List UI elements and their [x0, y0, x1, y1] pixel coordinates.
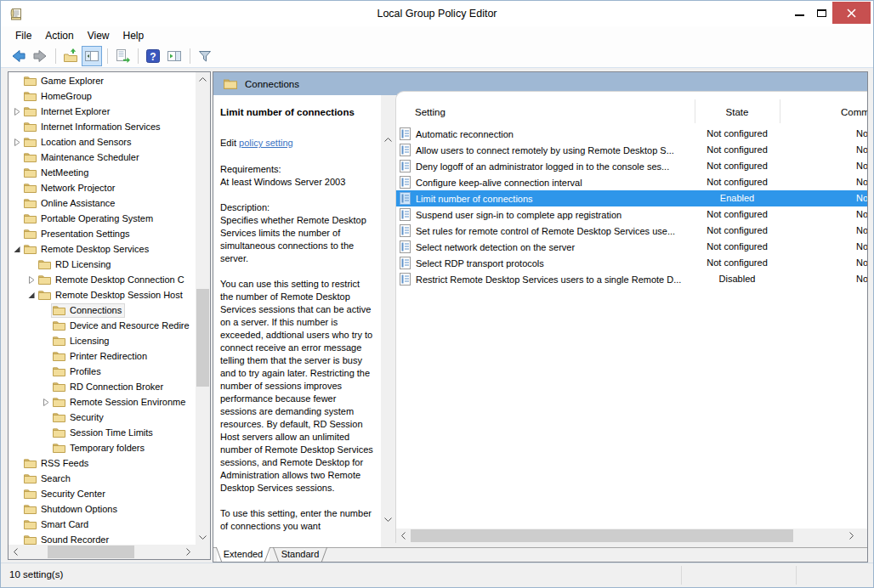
state-cell: Not configured [695, 142, 780, 158]
settings-row[interactable]: Set rules for remote control of Remote D… [396, 223, 867, 239]
tree-item[interactable]: Smart Card [9, 517, 196, 532]
expand-icon[interactable] [12, 107, 22, 116]
comment-cell: No [780, 190, 867, 206]
menu-help[interactable]: Help [116, 26, 151, 45]
window-title: Local Group Policy Editor [1, 8, 873, 20]
up-one-level-icon[interactable] [60, 46, 81, 66]
tree-item[interactable]: Device and Resource Redire [9, 318, 196, 333]
policy-setting-link[interactable]: policy setting [239, 138, 293, 148]
tree-item[interactable]: RD Connection Broker [9, 379, 196, 394]
collapse-icon[interactable] [12, 245, 22, 253]
tree-vertical-scrollbar[interactable] [196, 72, 210, 545]
tree-item[interactable]: Presentation Settings [9, 226, 196, 241]
menu-action[interactable]: Action [38, 26, 80, 45]
tree-item[interactable]: HomeGroup [9, 88, 196, 104]
settings-row[interactable]: Restrict Remote Desktop Services users t… [396, 271, 867, 287]
tree-item[interactable]: Internet Explorer [9, 104, 196, 119]
settings-row[interactable]: Configure keep-alive connection interval… [396, 174, 867, 190]
scroll-down-icon[interactable] [381, 512, 395, 527]
menubar: FileActionViewHelp [1, 26, 873, 45]
tree-item[interactable]: Security [9, 410, 196, 425]
tree-item[interactable]: Location and Sensors [9, 134, 196, 150]
tree-item[interactable]: Search [9, 471, 196, 486]
tree-item[interactable]: Remote Desktop Connection C [9, 272, 196, 287]
folder-icon [24, 106, 37, 116]
tree-item-label: RD Licensing [55, 259, 111, 269]
tree-item[interactable]: NetMeeting [9, 165, 196, 180]
comment-cell: No [780, 174, 867, 190]
tree-item[interactable]: Remote Desktop Session Host [9, 287, 196, 302]
export-list-icon[interactable] [112, 46, 133, 66]
expand-icon[interactable] [41, 398, 51, 406]
tab-standard[interactable]: Standard [274, 547, 326, 562]
tree-item[interactable]: Game Explorer [9, 73, 196, 88]
tree-item[interactable]: Maintenance Scheduler [9, 150, 196, 165]
tree-horizontal-scrollbar[interactable] [9, 545, 196, 559]
settings-row[interactable]: Select RDP transport protocolsNot config… [396, 255, 867, 271]
close-button[interactable] [832, 2, 871, 24]
comment-cell: No [780, 126, 867, 142]
tree-item[interactable]: Sound Recorder [9, 532, 196, 545]
column-setting[interactable]: Setting [415, 107, 446, 117]
list-hscroll-thumb[interactable] [411, 529, 793, 542]
expand-icon[interactable] [26, 275, 37, 284]
scroll-left-icon[interactable] [9, 545, 23, 559]
menu-view[interactable]: View [81, 26, 116, 45]
tree-item[interactable]: Remote Session Environme [9, 394, 196, 410]
scroll-up-icon[interactable] [196, 72, 210, 87]
scroll-left-icon[interactable] [396, 529, 411, 543]
tree-item[interactable]: Session Time Limits [9, 425, 196, 440]
help-pane-scrollbar[interactable] [381, 95, 395, 547]
column-state[interactable]: State [695, 107, 780, 117]
show-action-pane-icon[interactable] [164, 46, 184, 66]
tab-extended[interactable]: Extended [217, 547, 270, 562]
list-horizontal-scrollbar[interactable] [396, 529, 867, 543]
menu-file[interactable]: File [9, 26, 38, 45]
scroll-right-icon[interactable] [181, 545, 196, 559]
folder-icon [24, 76, 37, 86]
expand-icon[interactable] [12, 138, 22, 146]
settings-row[interactable]: Select network detection on the serverNo… [396, 239, 867, 255]
show-console-tree-icon[interactable] [82, 46, 102, 66]
tree-item[interactable]: Licensing [9, 333, 196, 348]
expander-spacer [41, 382, 51, 391]
tree-item[interactable]: Remote Desktop Services [9, 241, 196, 257]
comment-cell: No [780, 223, 867, 239]
tree-item[interactable]: RSS Feeds [9, 455, 196, 471]
scroll-down-icon[interactable] [196, 530, 210, 545]
tree-item[interactable]: Network Projector [9, 180, 196, 195]
tree-item[interactable]: Online Assistance [9, 195, 196, 211]
description-label: Description: [220, 201, 375, 214]
help-icon[interactable]: ? [143, 46, 163, 66]
tree-item[interactable]: Shutdown Options [9, 501, 196, 517]
settings-row[interactable]: Deny logoff of an administrator logged i… [396, 158, 867, 174]
local-group-policy-editor-window: Local Group Policy Editor FileActionView… [0, 0, 874, 588]
settings-row[interactable]: Allow users to connect remotely by using… [396, 142, 867, 158]
setting-cell: Select network detection on the server [400, 239, 694, 255]
tree-item[interactable]: Connections [9, 302, 196, 318]
tree-hscroll-thumb[interactable] [48, 546, 134, 558]
expander-spacer [12, 92, 22, 100]
scroll-up-icon[interactable] [381, 133, 395, 147]
forward-icon[interactable] [30, 46, 50, 66]
scroll-right-icon[interactable] [844, 529, 859, 543]
tree-item[interactable]: Security Center [9, 486, 196, 501]
settings-row[interactable]: Automatic reconnectionNot configuredNo [396, 126, 867, 142]
maximize-button[interactable] [810, 1, 832, 25]
tree-item-label: Temporary folders [70, 443, 145, 453]
collapse-icon[interactable] [26, 291, 37, 299]
tree-item[interactable]: Printer Redirection [9, 348, 196, 364]
tree-item[interactable]: Profiles [9, 364, 196, 379]
tree-item[interactable]: RD Licensing [9, 257, 196, 272]
filter-icon[interactable] [195, 46, 215, 66]
settings-row[interactable]: Limit number of connectionsEnabledNo [396, 190, 867, 206]
tree-item[interactable]: Temporary folders [9, 440, 196, 455]
minimize-button[interactable] [788, 1, 810, 25]
back-icon[interactable] [9, 46, 29, 66]
tree-item[interactable]: Portable Operating System [9, 211, 196, 226]
tree-item[interactable]: Internet Information Services [9, 119, 196, 134]
tree-vscroll-thumb[interactable] [196, 289, 209, 387]
column-comment[interactable]: Comment [780, 107, 867, 117]
description-paragraphs: Specifies whether Remote Desktop Service… [220, 214, 375, 533]
settings-row[interactable]: Suspend user sign-in to complete app reg… [396, 206, 867, 223]
